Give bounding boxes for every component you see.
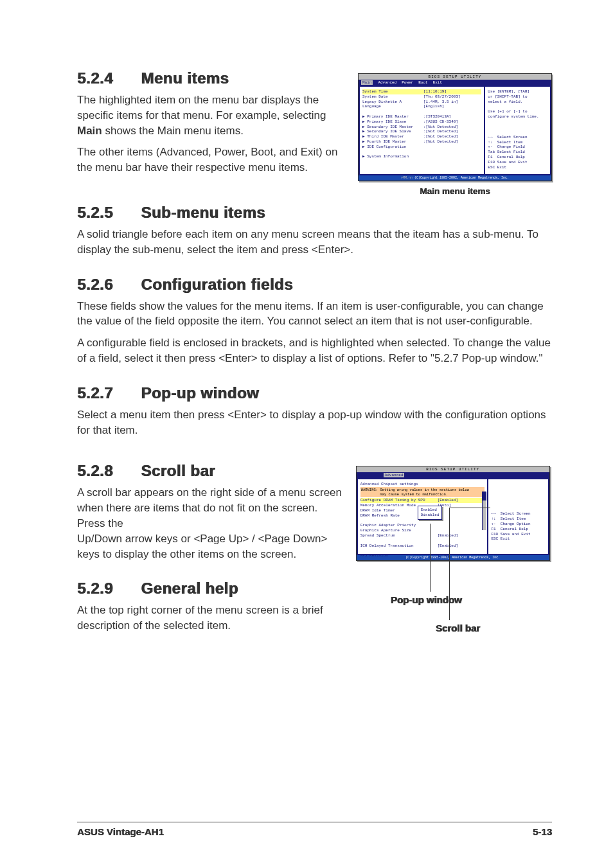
bios1-left-panel[interactable]: System Time[11:10:19]System Date[Thu 03/…: [360, 87, 484, 174]
bios2-row[interactable]: ICH Delayed Transaction[Enabled]: [360, 544, 485, 549]
heading-528-title: Scroll bar: [141, 462, 215, 479]
bios1-bottombar-a: (C)Copyright 1985-2002, American Megatre…: [414, 176, 509, 180]
heading-526-num: 5.2.6: [77, 276, 136, 294]
col-left-524: 5.2.4 Menu items The highlighted item on…: [77, 51, 345, 182]
heading-529-num: 5.2.9: [77, 580, 136, 598]
heading-525-title: Sub-menu items: [141, 204, 265, 221]
bios1-row[interactable]: ▶ Fourth IDE Master:[Not Detected]: [362, 139, 481, 145]
bios2-tab-advanced[interactable]: Advanced: [384, 473, 405, 477]
bios2-row[interactable]: Spread Spectrum[Enabled]: [360, 533, 485, 538]
bios2-row[interactable]: MPS Revision[1.4]: [360, 553, 485, 558]
footer-left: ASUS Vintage-AH1: [77, 826, 164, 837]
bios1-tab-boot[interactable]: Boot: [418, 80, 427, 85]
heading-529: 5.2.9 General help: [77, 580, 343, 598]
bios1-row[interactable]: ▶ IDE Configuration: [362, 145, 481, 150]
bios2-right-panel: ←→ Select Screen ↑↓ Select Item +- Chang…: [488, 479, 547, 554]
callout-popup-line: [430, 524, 431, 592]
caption-scroll-bar: Scroll bar: [436, 623, 480, 633]
bios2-topbar: BIOS SETUP UTILITY: [357, 466, 549, 472]
bios2-right-bottom: ←→ Select Screen ↑↓ Select Item +- Chang…: [491, 511, 545, 542]
heading-527-num: 5.2.7: [77, 384, 136, 402]
bios1-tab-advanced[interactable]: Advanced: [378, 80, 396, 85]
bios2: BIOS SETUP UTILITY Advanced Advanced Chi…: [356, 466, 550, 561]
bios1-row[interactable]: ▶ Secondary IDE Master:[Not Detected]: [362, 125, 481, 130]
bios2-row[interactable]: Graphics Aperture Size: [360, 528, 485, 533]
bios1-row[interactable]: ▶ Primary IDE Slave:[ASUS CD-S340]: [362, 120, 481, 125]
heading-527: 5.2.7 Pop-up window: [77, 384, 552, 402]
bios2-menubar[interactable]: Advanced: [357, 472, 549, 478]
bios2-grid: Advanced Chipset settings WARNING: Setti…: [357, 478, 549, 555]
bios1-grid: System Time[11:10:19]System Date[Thu 03/…: [359, 85, 551, 175]
p-524-1b: Main: [77, 125, 102, 137]
bios2-row[interactable]: [360, 548, 485, 553]
p-524-1a: The highlighted item on the menu bar dis…: [77, 94, 326, 121]
bios1-row[interactable]: ▶ Third IDE Master:[Not Detected]: [362, 134, 481, 139]
bios1-bottombar-b: vMM.nn: [401, 176, 413, 180]
bios1-row[interactable]: ▶ Secondary IDE Slave:[Not Detected]: [362, 129, 481, 134]
bios1-right-panel: Use [ENTER], [TAB] or [SHIFT-TAB] to sel…: [485, 87, 550, 174]
bios2-wrap: BIOS SETUP UTILITY Advanced Advanced Chi…: [356, 466, 552, 626]
bios1-row[interactable]: [362, 150, 481, 155]
bios1-right-top: Use [ENTER], [TAB] or [SHIFT-TAB] to sel…: [488, 89, 547, 120]
row-524: 5.2.4 Menu items The highlighted item on…: [77, 51, 552, 196]
p-524-2: The other items (Advanced, Power, Boot, …: [77, 145, 345, 175]
p-528-2: Up/Down arrow keys or <Page Up> / <Page …: [77, 531, 343, 562]
bios2-menubar-pad: [359, 473, 378, 477]
p-524-1: The highlighted item on the menu bar dis…: [77, 93, 345, 138]
heading-525-num: 5.2.5: [77, 204, 136, 222]
bios2-popup-lines[interactable]: Enabled Disabled: [421, 508, 440, 518]
col-left-528: 5.2.8 Scroll bar A scroll bar appears on…: [77, 444, 343, 640]
page-footer: ASUS Vintage-AH1 5-13: [77, 822, 552, 837]
heading-529-title: General help: [141, 580, 238, 597]
p-528-1: A scroll bar appears on the right side o…: [77, 485, 343, 531]
bios2-row[interactable]: Configure DRAM Timing by SPD[Enabled]: [360, 498, 485, 503]
bios2-left-panel[interactable]: Advanced Chipset settings WARNING: Setti…: [358, 479, 488, 554]
bios1-row[interactable]: System Date[Thu 03/27/2003]: [362, 94, 481, 100]
bios1-row[interactable]: [362, 109, 481, 114]
bios1-row[interactable]: System Time[11:10:19]: [362, 89, 481, 94]
heading-526-title: Configuration fields: [141, 276, 293, 293]
caption-main-menu: Main menu items: [358, 186, 552, 196]
heading-524-num: 5.2.4: [77, 69, 136, 87]
heading-526: 5.2.6 Configuration fields: [77, 276, 552, 294]
bios1-row[interactable]: ▶ Primary IDE Master:[ST320413A]: [362, 114, 481, 120]
heading-525: 5.2.5 Sub-menu items: [77, 204, 552, 222]
bios2-row[interactable]: Graphic Adapter Priority: [360, 523, 485, 528]
heading-524: 5.2.4 Menu items: [77, 69, 345, 87]
bios1-tab-power[interactable]: Power: [402, 80, 413, 85]
bios1-row[interactable]: Language[English]: [362, 104, 481, 109]
callout-scroll-line-h: [449, 508, 490, 508]
heading-528: 5.2.8 Scroll bar: [77, 462, 343, 480]
bios1-right-bottom: ←→ Select Screen ↑↓ Select Item +- Chang…: [488, 135, 547, 170]
caption-popup-window: Pop-up window: [391, 594, 462, 605]
bios1-tab-exit[interactable]: Exit: [433, 80, 442, 85]
bios1-menubar[interactable]: Main Advanced Power Boot Exit: [359, 80, 551, 85]
bios2-row[interactable]: [360, 538, 485, 544]
heading-527-title: Pop-up window: [141, 384, 259, 402]
bottom-labels: Pop-up window Scroll bar: [356, 569, 552, 626]
page: 5.2.4 Menu items The highlighted item on…: [0, 0, 613, 868]
bios1-tab-main[interactable]: Main: [361, 80, 373, 85]
p-526-2: A configurable field is enclosed in brac…: [77, 335, 552, 366]
bios1-row[interactable]: Legacy Diskette A[1.44M, 3.5 in]: [362, 100, 481, 105]
bios2-scrollbar[interactable]: [482, 492, 486, 530]
bios1: BIOS SETUP UTILITY Main Advanced Power B…: [358, 73, 552, 181]
bios1-row[interactable]: ▶ System Information: [362, 154, 481, 159]
p-527-1: Select a menu item then press <Enter> to…: [77, 407, 552, 438]
bios2-warning: WARNING: Setting wrong values in the sec…: [360, 487, 485, 497]
bios2-panel-title: Advanced Chipset settings: [360, 482, 485, 486]
bios2-scrollbar-thumb[interactable]: [483, 492, 486, 500]
p-529-1: At the top right corner of the menu scre…: [77, 603, 343, 633]
heading-524-title: Menu items: [141, 69, 229, 87]
bios1-wrap: BIOS SETUP UTILITY Main Advanced Power B…: [358, 73, 552, 196]
row-528: 5.2.8 Scroll bar A scroll bar appears on…: [77, 444, 552, 640]
bios1-bottombar: vMM.nn (C)Copyright 1985-2002, American …: [359, 175, 551, 181]
footer-right: 5-13: [533, 826, 552, 837]
p-524-1c: shows the Main menu items.: [102, 125, 244, 137]
bios2-popup[interactable]: Enabled Disabled: [418, 506, 443, 520]
p-525-1: A solid triangle before each item on any…: [77, 227, 552, 258]
p-526-1: These fields show the values for the men…: [77, 299, 552, 330]
heading-528-num: 5.2.8: [77, 462, 136, 480]
bios1-topbar: BIOS SETUP UTILITY: [359, 74, 551, 80]
